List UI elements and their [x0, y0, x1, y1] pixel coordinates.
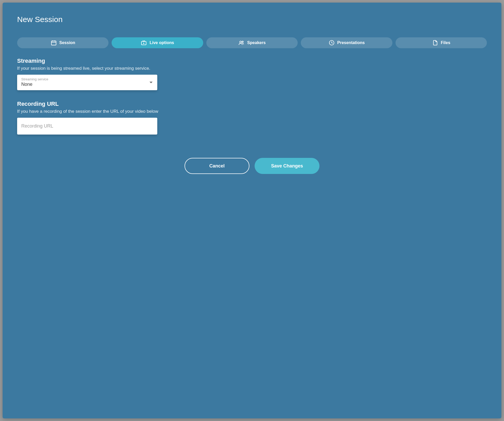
svg-marker-5	[143, 43, 145, 44]
tab-label: Presentations	[337, 40, 365, 45]
svg-point-6	[240, 41, 242, 43]
tab-session[interactable]: Session	[17, 37, 108, 48]
modal-backdrop: New Session Session Live options Speaker…	[0, 0, 504, 421]
tab-live-options[interactable]: Live options	[112, 37, 203, 48]
streaming-service-select[interactable]: Streaming service None	[17, 75, 157, 90]
svg-rect-0	[51, 41, 56, 45]
select-floating-label: Streaming service	[21, 77, 153, 81]
clock-icon	[329, 40, 335, 46]
tab-label: Files	[441, 40, 450, 45]
svg-point-7	[242, 41, 243, 43]
file-icon	[432, 40, 438, 46]
modal-actions: Cancel Save Changes	[17, 158, 487, 174]
tab-presentations[interactable]: Presentations	[301, 37, 392, 48]
calendar-icon	[51, 40, 57, 46]
tv-play-icon	[141, 40, 147, 46]
recording-section: Recording URL If you have a recording of…	[17, 101, 487, 135]
people-icon	[238, 40, 244, 46]
recording-title: Recording URL	[17, 101, 487, 107]
tab-speakers[interactable]: Speakers	[206, 37, 298, 48]
select-value: None	[21, 82, 153, 87]
chevron-down-icon	[149, 82, 153, 83]
streaming-description: If your session is being streamed live, …	[17, 66, 487, 71]
recording-description: If you have a recording of the session e…	[17, 109, 487, 114]
recording-url-field-wrapper	[17, 118, 157, 135]
new-session-modal: New Session Session Live options Speaker…	[3, 3, 501, 418]
streaming-section: Streaming If your session is being strea…	[17, 58, 487, 90]
tab-label: Session	[59, 40, 75, 45]
modal-title: New Session	[17, 15, 487, 24]
recording-url-input[interactable]	[17, 118, 157, 135]
tab-bar: Session Live options Speakers Presentati…	[17, 37, 487, 48]
tab-label: Speakers	[247, 40, 265, 45]
tab-files[interactable]: Files	[396, 37, 487, 48]
streaming-title: Streaming	[17, 58, 487, 64]
tab-label: Live options	[149, 40, 174, 45]
save-changes-button[interactable]: Save Changes	[255, 158, 319, 174]
cancel-button[interactable]: Cancel	[185, 158, 249, 174]
